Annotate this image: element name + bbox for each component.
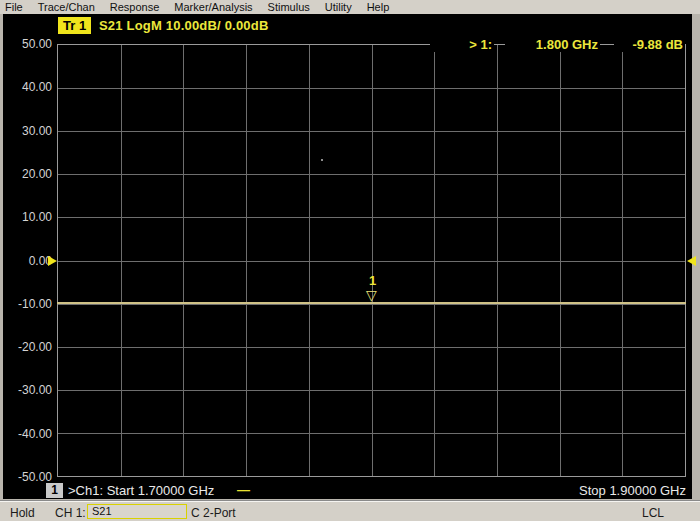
gridline-vertical (434, 45, 435, 476)
menu-item-marker-analysis[interactable]: Marker/Analysis (173, 1, 253, 13)
channel-number-badge[interactable]: 1 (46, 483, 63, 498)
trace-number-badge[interactable]: Tr 1 (58, 17, 91, 34)
marker-readout-frequency: 1.800 GHz (505, 37, 600, 52)
y-axis-tick-label: -40.00 (2, 427, 52, 441)
marker-triangle-icon[interactable]: ▽ (363, 288, 381, 302)
remote-state-label: LCL (642, 506, 664, 520)
trigger-state-label: Hold (10, 506, 35, 520)
correction-status-label: C 2-Port (191, 506, 236, 520)
y-axis-tick-label: 10.00 (2, 210, 52, 224)
status-bar: Hold CH 1: S21 C 2-Port LCL (0, 501, 700, 521)
gridline-vertical (372, 45, 373, 476)
gridline-vertical (622, 45, 623, 476)
screen-artifact-dot (321, 159, 323, 161)
y-axis-tick-label: -20.00 (2, 340, 52, 354)
y-axis-tick-label: -10.00 (2, 297, 52, 311)
y-axis-tick-label: 20.00 (2, 167, 52, 181)
channel-status-label: CH 1: (55, 506, 86, 520)
menu-item-response[interactable]: Response (109, 1, 161, 13)
instrument-display: Tr 1 S21 LogM 10.00dB/ 0.00dB 50.0040.00… (0, 14, 700, 501)
trace-annotation[interactable]: S21 LogM 10.00dB/ 0.00dB (99, 17, 269, 34)
gridline-horizontal (58, 347, 685, 348)
reference-level-triangle-left[interactable] (48, 256, 57, 266)
gridline-vertical (560, 45, 561, 476)
marker-readout-label: > 1: (430, 37, 494, 52)
stimulus-stop-label[interactable]: Stop 1.90000 GHz (486, 483, 686, 498)
graticule (57, 44, 686, 477)
menu-item-stimulus[interactable]: Stimulus (267, 1, 311, 13)
y-axis-tick-label: 0.00 (2, 254, 52, 268)
trace-color-legend: — (237, 482, 250, 497)
y-axis-tick-label: -30.00 (2, 383, 52, 397)
menu-item-file[interactable]: File (4, 1, 24, 13)
y-axis-tick-label: 50.00 (2, 37, 52, 51)
y-axis-tick-label: 30.00 (2, 124, 52, 138)
marker-readout-value: -9.88 dB (614, 37, 685, 52)
display-inner: Tr 1 S21 LogM 10.00dB/ 0.00dB 50.0040.00… (0, 14, 700, 499)
y-axis-tick-label: 40.00 (2, 80, 52, 94)
gridline-horizontal (58, 433, 685, 434)
reference-level-triangle-right[interactable] (687, 256, 696, 266)
menu-item-help[interactable]: Help (366, 1, 391, 13)
stimulus-start-label[interactable]: >Ch1: Start 1.70000 GHz (68, 483, 214, 498)
gridline-vertical (497, 45, 498, 476)
marker-number-label: 1 (364, 274, 382, 287)
menu-item-trace-chan[interactable]: Trace/Chan (37, 1, 96, 13)
y-axis-tick-label: -50.00 (2, 470, 52, 484)
gridline-horizontal (58, 390, 685, 391)
measurement-status-field[interactable]: S21 (87, 504, 187, 519)
menu-item-utility[interactable]: Utility (324, 1, 353, 13)
menu-bar: FileTrace/ChanResponseMarker/AnalysisSti… (0, 0, 700, 14)
